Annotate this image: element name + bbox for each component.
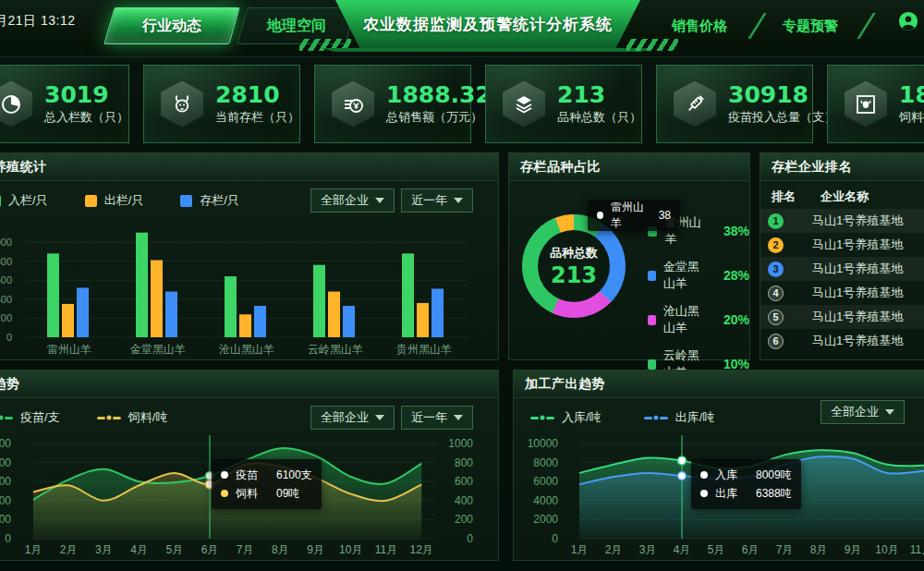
kpi-row: 3019 总入栏数（只） 2810 当前存栏（只） 1888.32 总销售额（万…	[0, 65, 924, 143]
panel-supplies-trend: 品趋势 疫苗/支饲料/吨 全部企业 近一年 002002004004006006…	[0, 370, 499, 561]
legend-item[interactable]: 沧山黑山羊20%	[648, 303, 749, 336]
svg-text:800: 800	[0, 456, 11, 469]
legend-swatch	[648, 271, 656, 281]
svg-text:1月: 1月	[25, 543, 43, 556]
svg-text:6月: 6月	[742, 543, 760, 556]
svg-text:10月: 10月	[875, 543, 898, 556]
app-title-banner: 农业数据监测及预警统计分析系统	[335, 0, 640, 48]
rank-badge: 4	[768, 286, 784, 301]
svg-text:0: 0	[467, 532, 473, 545]
tooltip-row: 入库8009吨	[700, 466, 792, 484]
dashboard-root: 月21日 13:12 行业动态 地理空间 农业数据监测及预警统计分析系统 销售价…	[0, 0, 924, 571]
kpi-value: 3019	[44, 82, 128, 108]
panel-title: 加工产出趋势	[525, 376, 605, 393]
svg-text:1000: 1000	[448, 437, 473, 450]
kpi-label: 当前存栏（只）	[215, 109, 299, 126]
chevron-down-icon	[454, 415, 463, 420]
chevron-down-icon	[375, 198, 384, 203]
company-filter-dropdown[interactable]: 全部企业	[310, 406, 395, 430]
svg-text:8月: 8月	[810, 543, 828, 556]
svg-text:8月: 8月	[272, 543, 289, 556]
legend-item[interactable]: 金堂黑山羊28%	[648, 259, 749, 292]
tab-divider	[857, 13, 875, 39]
svg-text:雷州山羊: 雷州山羊	[47, 343, 91, 356]
kpi-value: 30918	[728, 82, 836, 108]
kpi-label: 饲料投入	[899, 109, 924, 126]
kpi-value: 188	[899, 82, 924, 108]
legend-item[interactable]: 入库/吨	[530, 409, 602, 426]
svg-text:400: 400	[0, 494, 11, 507]
kpi-value: 2810	[215, 82, 299, 108]
svg-text:800: 800	[0, 256, 12, 267]
tooltip-dot	[221, 490, 228, 497]
breeding-bar-chart[interactable]: 02004006008001000雷州山羊金堂黑山羊沧山黑山羊云岭黑山羊贵州黑山…	[0, 220, 500, 358]
tab-sales-price[interactable]: 销售价格	[658, 7, 741, 44]
legend-swatch	[648, 315, 656, 325]
legend-swatch	[648, 359, 656, 370]
legend-item[interactable]: 疫苗/支	[0, 409, 60, 426]
ranking-row: 3 马山1号养殖基地	[760, 257, 924, 281]
tooltip-dot	[597, 212, 603, 219]
kpi-card-3: 1888.32 总销售额（万元）	[314, 65, 471, 143]
syringe-icon	[674, 81, 716, 128]
company-name: 马山1号养殖基地	[812, 309, 903, 325]
ranking-table-header: 排名 企业名称	[760, 188, 924, 205]
svg-text:5月: 5月	[708, 543, 725, 556]
svg-text:200: 200	[0, 312, 12, 323]
legend-item[interactable]: 饲料/吨	[97, 409, 168, 426]
timerange-filter-dropdown[interactable]: 近一年	[401, 188, 473, 213]
top-navigation-bar: 月21日 13:12 行业动态 地理空间 农业数据监测及预警统计分析系统 销售价…	[0, 0, 924, 57]
company-filter-dropdown[interactable]: 全部企业	[821, 400, 905, 424]
svg-text:7月: 7月	[237, 543, 254, 556]
chevron-down-icon	[885, 409, 894, 415]
species-tooltip: 雷州山羊 38	[588, 200, 680, 231]
legend-swatch	[0, 195, 1, 207]
tab-special-warning[interactable]: 专题预警	[769, 7, 852, 44]
svg-text:400: 400	[0, 294, 12, 305]
svg-text:贵州黑山羊: 贵州黑山羊	[396, 343, 452, 356]
kpi-label: 疫苗投入总量（支）	[728, 109, 836, 126]
tab-industry-news[interactable]: 行业动态	[109, 7, 235, 44]
svg-text:4月: 4月	[130, 543, 148, 556]
legend-item[interactable]: 入栏/只	[0, 192, 48, 209]
kpi-label: 总入栏数（只）	[44, 109, 128, 126]
panel-title: 存栏品种占比	[520, 159, 601, 176]
company-name: 马山1号养殖基地	[812, 333, 903, 349]
legend-swatch	[85, 195, 97, 207]
svg-text:4000: 4000	[533, 494, 558, 507]
legend-item[interactable]: 存栏/只	[180, 192, 239, 209]
timerange-filter-dropdown[interactable]: 近一年	[401, 406, 473, 430]
svg-text:200: 200	[0, 513, 11, 526]
legend-marker	[0, 417, 13, 419]
pie-chart-icon	[0, 81, 32, 128]
legend-item[interactable]: 出栏/只	[85, 192, 144, 209]
company-filter-dropdown[interactable]: 全部企业	[310, 188, 395, 213]
svg-text:3月: 3月	[95, 543, 113, 556]
ranking-row: 1 马山1号养殖基地	[760, 209, 924, 233]
svg-text:3月: 3月	[639, 543, 657, 556]
app-title: 农业数据监测及预警统计分析系统	[363, 14, 613, 35]
legend-marker	[644, 417, 668, 419]
svg-text:9月: 9月	[845, 543, 862, 556]
svg-text:2月: 2月	[605, 543, 623, 556]
svg-text:400: 400	[455, 494, 473, 507]
tooltip-dot	[700, 490, 708, 497]
panel-header: 加工产出趋势	[514, 371, 924, 398]
svg-text:沧山黑山羊: 沧山黑山羊	[218, 343, 274, 356]
panel-species-share: 存栏品种占比 品种总数 213 雷州山羊38% 金堂黑山羊28% 沧山黑山羊20…	[508, 152, 750, 360]
tooltip-dot	[221, 471, 228, 479]
svg-text:0: 0	[552, 532, 558, 545]
banner-edge	[314, 48, 662, 52]
svg-text:200: 200	[455, 513, 473, 526]
panel-header: 存栏品种占比	[509, 153, 749, 181]
svg-text:10000: 10000	[528, 437, 559, 450]
svg-text:7月: 7月	[776, 543, 794, 556]
svg-text:1月: 1月	[571, 543, 589, 556]
cow-icon	[845, 81, 887, 128]
svg-text:6000: 6000	[533, 475, 558, 488]
supplies-legend: 疫苗/支饲料/吨	[0, 409, 167, 426]
processing-tooltip: 入库8009吨 出库6388吨	[691, 459, 801, 509]
legend-item[interactable]: 出库/吨	[644, 409, 715, 426]
panel-breeding-stats: 羊养殖统计 入栏/只出栏/只存栏/只 全部企业 近一年 020040060080…	[0, 152, 499, 360]
user-avatar-icon[interactable]	[898, 11, 918, 31]
